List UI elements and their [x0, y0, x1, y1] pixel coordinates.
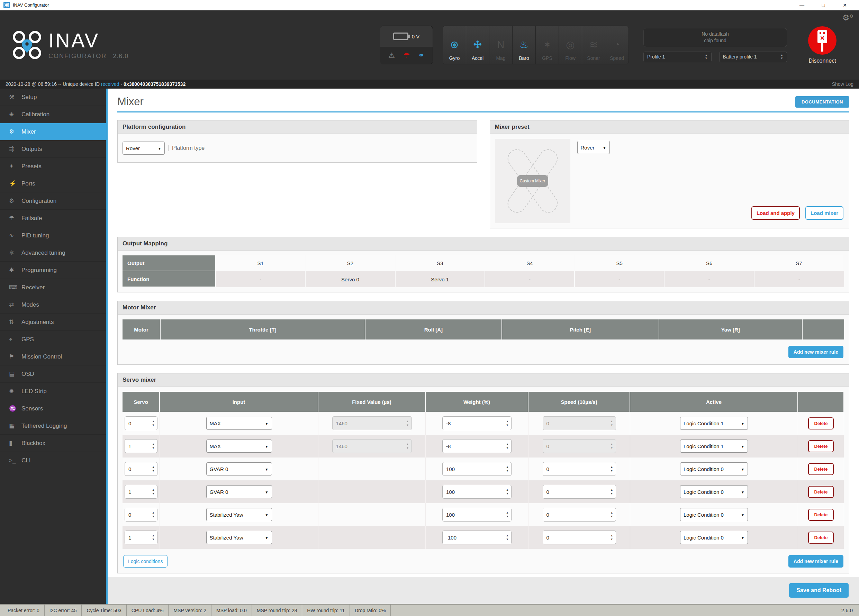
spinner-arrows-icon[interactable]: [150, 512, 157, 518]
servo-index-stepper[interactable]: 0: [125, 416, 158, 430]
sidebar-item-modes[interactable]: ⇄Modes: [0, 296, 106, 313]
servo-index-stepper[interactable]: 0: [125, 462, 158, 476]
profile-select[interactable]: Profile 1: [643, 51, 712, 62]
settings-gears-icon[interactable]: [842, 13, 853, 22]
spinner-arrows-icon[interactable]: [608, 534, 616, 541]
weight-stepper[interactable]: -100: [442, 530, 512, 544]
input-select[interactable]: GVAR 0: [206, 485, 272, 498]
sidebar-item-presets[interactable]: ✦Presets: [0, 158, 106, 175]
sidebar-item-calibration[interactable]: ⊕Calibration: [0, 106, 106, 123]
spinner-arrows-icon[interactable]: [150, 534, 157, 541]
active-logic-select[interactable]: Logic Condition 1: [680, 440, 748, 453]
spinner-arrows-icon[interactable]: [608, 512, 616, 518]
sidebar-item-led-strip[interactable]: ✺LED Strip: [0, 383, 106, 400]
spinner-arrows-icon[interactable]: [150, 466, 157, 473]
sidebar-item-failsafe[interactable]: ☂Failsafe: [0, 210, 106, 227]
app-header: INAV CONFIGURATOR2.6.0 0 V ⚠☂⚭ ⊛Gyro✣Acc…: [0, 10, 859, 80]
sidebar-item-advanced-tuning[interactable]: ⚛Advanced tuning: [0, 244, 106, 262]
servo-index-stepper[interactable]: 1: [125, 485, 158, 499]
quadcopter-logo-icon: [10, 28, 44, 62]
weight-stepper[interactable]: -8: [442, 439, 512, 453]
sidebar-item-blackbox[interactable]: ▮Blackbox: [0, 435, 106, 452]
sidebar-item-osd[interactable]: ▤OSD: [0, 365, 106, 383]
spinner-arrows-icon[interactable]: [504, 489, 511, 495]
add-servo-mixer-rule-button[interactable]: Add new mixer rule: [789, 555, 843, 568]
active-logic-select[interactable]: Logic Condition 0: [680, 485, 748, 498]
spinner-arrows-icon[interactable]: [608, 466, 616, 473]
close-icon[interactable]: ✕: [834, 2, 856, 8]
active-logic-select[interactable]: Logic Condition 1: [680, 417, 748, 430]
active-logic-select[interactable]: Logic Condition 0: [680, 508, 748, 521]
input-select[interactable]: Stabilized Yaw: [206, 531, 272, 544]
spinner-arrows-icon[interactable]: [608, 489, 616, 495]
maximize-icon[interactable]: □: [813, 2, 834, 8]
sidebar-item-configuration[interactable]: ⚙Configuration: [0, 192, 106, 210]
servo-index-stepper[interactable]: 1: [125, 439, 158, 453]
sidebar-item-adjustments[interactable]: ⇅Adjustments: [0, 313, 106, 331]
delete-button[interactable]: Delete: [808, 532, 833, 544]
function-value: -: [664, 271, 754, 287]
delete-button[interactable]: Delete: [808, 509, 833, 521]
spinner-arrows-icon[interactable]: [504, 420, 511, 427]
servo-index-stepper[interactable]: 1: [125, 530, 158, 544]
speed-stepper[interactable]: 0: [543, 485, 616, 499]
delete-button[interactable]: Delete: [808, 463, 833, 475]
accel-icon: ✣: [473, 37, 482, 53]
show-log-button[interactable]: Show Log: [832, 81, 853, 87]
sidebar-item-sensors[interactable]: ♒Sensors: [0, 400, 106, 417]
input-select[interactable]: MAX: [206, 440, 272, 453]
load-and-apply-button[interactable]: Load and apply: [751, 206, 800, 220]
add-motor-mixer-rule-button[interactable]: Add new mixer rule: [789, 346, 843, 358]
sidebar-item-mixer[interactable]: ⚙Mixer: [0, 123, 106, 140]
sidebar-item-mission-control[interactable]: ⚑Mission Control: [0, 348, 106, 365]
sidebar-item-pid-tuning[interactable]: ∿PID tuning: [0, 227, 106, 244]
spinner-arrows-icon[interactable]: [504, 443, 511, 449]
delete-button[interactable]: Delete: [808, 417, 833, 429]
input-select[interactable]: MAX: [206, 417, 272, 430]
servo-index-stepper[interactable]: 0: [125, 508, 158, 521]
sidebar-item-label: Outputs: [22, 146, 42, 153]
servo-mixer-col-weight: Weight (%): [426, 392, 528, 412]
input-select[interactable]: Stabilized Yaw: [206, 508, 272, 521]
spinner-arrows-icon[interactable]: [504, 512, 511, 518]
sidebar-item-setup[interactable]: ⚒Setup: [0, 89, 106, 106]
active-logic-select[interactable]: Logic Condition 0: [680, 462, 748, 476]
spinner-arrows-icon[interactable]: [504, 466, 511, 473]
delete-button[interactable]: Delete: [808, 440, 833, 452]
input-select[interactable]: GVAR 0: [206, 462, 272, 476]
spinner-arrows-icon[interactable]: [504, 534, 511, 541]
spinner-arrows-icon[interactable]: [150, 443, 157, 449]
weight-stepper[interactable]: 100: [442, 485, 512, 499]
servo-mixer-row-cell: 0: [528, 503, 630, 526]
sidebar-item-outputs[interactable]: ⇶Outputs: [0, 140, 106, 158]
speed-stepper[interactable]: 0: [543, 530, 616, 544]
mixer-preset-select[interactable]: Rover: [577, 141, 610, 154]
logic-conditions-button[interactable]: Logic conditions: [123, 555, 167, 568]
chevron-down-icon: [158, 145, 161, 151]
servo-mixer-row-cell: 0: [122, 457, 160, 480]
sidebar-item-cli[interactable]: >_CLI: [0, 452, 106, 469]
documentation-button[interactable]: DOCUMENTATION: [795, 96, 849, 108]
speed-stepper[interactable]: 0: [543, 508, 616, 521]
sidebar-item-ports[interactable]: ⚡Ports: [0, 175, 106, 192]
minimize-icon[interactable]: —: [791, 2, 813, 8]
weight-stepper[interactable]: 100: [442, 462, 512, 476]
battery-profile-select[interactable]: Battery profile 1: [719, 51, 787, 62]
servo-mixer-row-cell: [319, 503, 426, 526]
sidebar-item-receiver[interactable]: ⌨Receiver: [0, 279, 106, 296]
load-mixer-button[interactable]: Load mixer: [805, 206, 843, 220]
sidebar-item-programming[interactable]: ✱Programming: [0, 262, 106, 279]
sensor-sonar: ≋Sonar: [582, 26, 605, 64]
spinner-arrows-icon[interactable]: [150, 420, 157, 427]
spinner-arrows-icon[interactable]: [150, 489, 157, 495]
save-and-reboot-button[interactable]: Save and Reboot: [789, 583, 849, 598]
weight-stepper[interactable]: -8: [442, 416, 512, 430]
sidebar-item-gps[interactable]: ⌖GPS: [0, 331, 106, 348]
weight-stepper[interactable]: 100: [442, 508, 512, 521]
disconnect-button[interactable]: Disconnect: [801, 26, 844, 64]
platform-type-select[interactable]: Rover: [122, 142, 165, 155]
speed-stepper[interactable]: 0: [543, 462, 616, 476]
active-logic-select[interactable]: Logic Condition 0: [680, 531, 748, 544]
sidebar-item-tethered-logging[interactable]: ▦Tethered Logging: [0, 417, 106, 435]
delete-button[interactable]: Delete: [808, 486, 833, 498]
